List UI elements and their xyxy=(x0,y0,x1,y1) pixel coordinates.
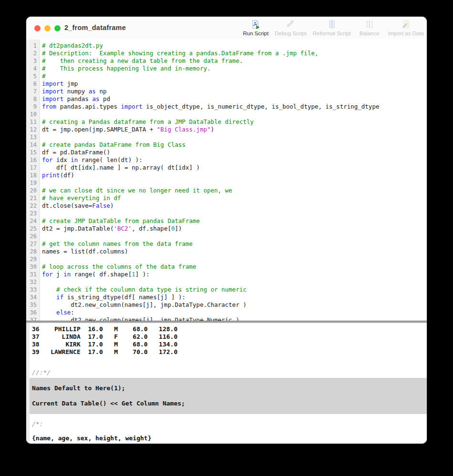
reformat-script-label: Reformat Script xyxy=(313,30,351,36)
toolbar: Run Script Debug Script xyxy=(243,19,424,36)
editor-line: 6import jmp xyxy=(26,80,427,88)
log-left-strip xyxy=(26,323,30,444)
titlebar: 2_from_dataframe Run Script xyxy=(26,17,427,40)
editor-pane[interactable]: 1# dt2pandas2dt.py2# Description: Exampl… xyxy=(26,40,427,321)
editor-line: 9from pandas.api.types import is_object_… xyxy=(26,103,427,111)
window-title: 2_from_dataframe xyxy=(64,24,126,31)
editor-line: 2# Description: Example showing creating… xyxy=(26,50,427,57)
editor-line: 26 xyxy=(26,233,427,240)
editor-line: 4# This process happening live and in-me… xyxy=(26,65,427,72)
editor-line: 33 # check if the coulumn data type is s… xyxy=(26,286,427,294)
run-script-label: Run Script xyxy=(243,30,269,36)
dataframe-output-rows: 36 PHILLIP 16.0 M 68.0 128.0 37 LINDA 17… xyxy=(30,323,427,356)
debug-script-button[interactable]: Debug Script xyxy=(275,19,306,36)
editor-line: 35 dt2.new_column(names[j], jmp.DataType… xyxy=(26,301,427,309)
editor-line: 13 xyxy=(26,133,427,141)
editor-line: 29 xyxy=(26,255,427,263)
editor-code: 1# dt2pandas2dt.py2# Description: Exampl… xyxy=(26,40,427,321)
editor-line: 25dt2 = jmp.DataTable('BC2', df.shape[0]… xyxy=(26,225,427,233)
editor-line: 20# we can close dt since we no longer n… xyxy=(26,187,427,194)
editor-line: 3# then creating a new data table from t… xyxy=(26,57,427,65)
editor-line: 21# have everyting in df xyxy=(26,194,427,202)
executed-script-echo: Names Default to Here(1); Current Data T… xyxy=(30,378,427,414)
zoom-button[interactable] xyxy=(54,25,61,31)
log-content: 36 PHILLIP 16.0 M 68.0 128.0 37 LINDA 17… xyxy=(30,323,427,442)
editor-line: 30# loop across the columns of the data … xyxy=(26,263,427,271)
script-editor-window: 2_from_dataframe Run Script xyxy=(26,17,427,444)
editor-line: 37 dt2.new_column(names[j], jmp.DataType… xyxy=(26,316,427,321)
editor-line: 31for j in range( df.shape[1] ): xyxy=(26,271,427,278)
editor-line: 14# create pandas DataFrame from Big Cla… xyxy=(26,141,427,149)
log-result-line: {name, age, sex, height, weight} xyxy=(30,435,427,442)
traffic-lights xyxy=(34,25,61,31)
editor-line: 10 xyxy=(26,111,427,118)
minimize-button[interactable] xyxy=(44,25,51,31)
editor-line: 24# create JMP DataTable from pandas Dat… xyxy=(26,217,427,225)
editor-line: 36 else: xyxy=(26,309,427,316)
reformat-script-icon xyxy=(327,19,337,30)
editor-line: 8import pandas as pd xyxy=(26,95,427,103)
editor-line: 23 xyxy=(26,210,427,217)
reformat-script-button[interactable]: Reformat Script xyxy=(313,19,351,36)
log-close-marker: //:*/ xyxy=(30,369,427,376)
editor-line: 18print(df) xyxy=(26,172,427,179)
editor-line: 11# creating a Pandas dataframe from a J… xyxy=(26,118,427,126)
editor-line: 32 xyxy=(26,278,427,286)
balance-icon xyxy=(365,19,374,30)
editor-line: 19 xyxy=(26,179,427,187)
debug-script-icon xyxy=(286,19,295,30)
close-button[interactable] xyxy=(34,25,41,31)
editor-line: 1# dt2pandas2dt.py xyxy=(26,42,427,50)
editor-line: 16for idx in range( len(dt) ): xyxy=(26,156,427,164)
editor-line: 7import numpy as np xyxy=(26,88,427,95)
import-as-data-label: Import as Data xyxy=(388,30,424,36)
log-open-marker: /*: xyxy=(30,420,427,428)
balance-label: Balance xyxy=(360,30,380,36)
editor-line: 27# get the column names from the data f… xyxy=(26,240,427,248)
import-as-data-button[interactable]: Import as Data xyxy=(388,19,424,36)
log-pane[interactable]: 36 PHILLIP 16.0 M 68.0 128.0 37 LINDA 17… xyxy=(26,323,427,444)
editor-line: 12dt = jmp.open(jmp.SAMPLE_DATA + "Big C… xyxy=(26,126,427,133)
debug-script-label: Debug Script xyxy=(275,30,306,36)
editor-line: 28names = list(df.columns) xyxy=(26,248,427,255)
editor-line: 34 if is_string_dtype(df[ names[j] ] ): xyxy=(26,294,427,301)
run-script-icon xyxy=(251,19,260,30)
editor-line: 5# xyxy=(26,72,427,80)
run-script-button[interactable]: Run Script xyxy=(243,19,269,36)
editor-line: 22dt.close(save=False) xyxy=(26,202,427,210)
editor-line: 17 df[ dt[idx].name ] = np.array( dt[idx… xyxy=(26,164,427,172)
balance-button[interactable]: Balance xyxy=(357,19,382,36)
editor-line: 15df = pd.DataFrame() xyxy=(26,149,427,156)
import-as-data-icon xyxy=(401,19,411,30)
